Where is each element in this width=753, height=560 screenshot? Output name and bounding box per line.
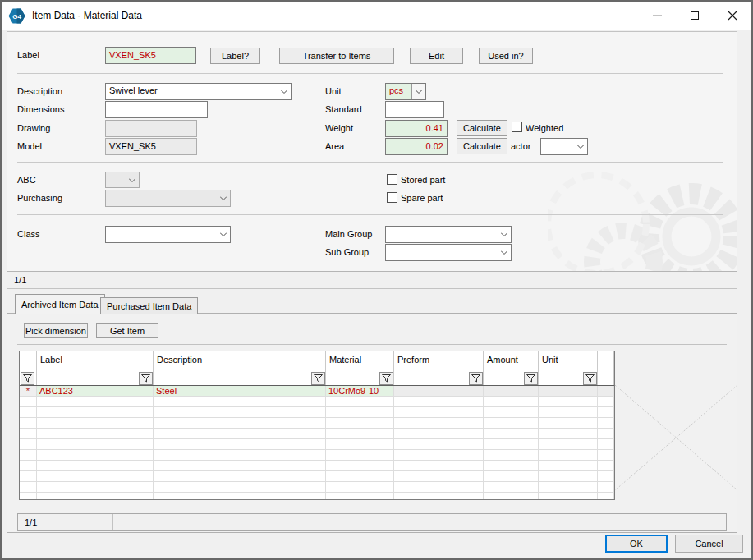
- calculate-weight-button[interactable]: Calculate: [457, 120, 507, 136]
- grid-empty-cell: [37, 439, 154, 450]
- grid-empty-cell: [394, 450, 484, 461]
- grid-empty-cell: [37, 493, 154, 500]
- class-combo[interactable]: [105, 226, 231, 243]
- g4-app-icon: G4: [8, 8, 25, 24]
- chevron-down-icon: [216, 227, 230, 242]
- grid-header-amount[interactable]: Amount: [484, 351, 539, 370]
- grid-empty-cell: [394, 439, 484, 450]
- dimensions-caption: Dimensions: [17, 104, 64, 114]
- label-input[interactable]: VXEN_SK5: [105, 47, 196, 64]
- grid-empty-cell: [484, 471, 539, 482]
- stored-part-checkbox[interactable]: [387, 174, 397, 185]
- grid-empty-cell: [539, 429, 598, 439]
- grid-empty-cell: [598, 418, 614, 429]
- filter-funnel-icon[interactable]: [139, 372, 153, 385]
- filter-funnel-icon[interactable]: [311, 372, 325, 385]
- cell-amount[interactable]: [484, 386, 539, 397]
- grid-empty-cell: [539, 461, 598, 471]
- grid-empty-cell: [598, 482, 614, 493]
- grid-empty-cell: [326, 493, 394, 500]
- standard-input[interactable]: [385, 101, 444, 118]
- filter-cell-marker: [20, 370, 37, 385]
- cancel-button[interactable]: Cancel: [675, 535, 743, 553]
- grid-empty-cell: [154, 482, 326, 493]
- purchasing-value: [106, 190, 216, 206]
- grid-empty-cell: [539, 439, 598, 450]
- grid-data-row[interactable]: * ABC123 Steel 10CrMo9-10: [20, 386, 614, 397]
- cell-unit[interactable]: [539, 386, 598, 397]
- get-item-button[interactable]: Get Item: [96, 323, 158, 338]
- cell-preform[interactable]: [394, 386, 484, 397]
- unit-combo[interactable]: pcs: [385, 83, 426, 100]
- description-value: Swivel lever: [106, 84, 277, 99]
- filter-cell-amount[interactable]: [484, 370, 539, 385]
- grid-empty-cell: [484, 493, 539, 500]
- weight-input[interactable]: 0.41: [385, 120, 448, 137]
- filter-cell-filler: [598, 370, 614, 385]
- cell-material[interactable]: 10CrMo9-10: [326, 386, 394, 397]
- maximize-icon[interactable]: [676, 2, 714, 30]
- description-combo[interactable]: Swivel lever: [105, 83, 292, 100]
- transfer-to-items-button[interactable]: Transfer to Items: [279, 48, 394, 64]
- filter-cell-preform[interactable]: [394, 370, 484, 385]
- cell-label[interactable]: ABC123: [37, 386, 154, 397]
- tab-archived-item-data[interactable]: Archived Item Data: [15, 294, 105, 314]
- chevron-down-icon: [125, 172, 139, 187]
- spare-part-checkbox[interactable]: [387, 192, 397, 203]
- grid-header-unit[interactable]: Unit: [539, 351, 598, 370]
- grid-header-marker: [20, 351, 37, 370]
- filter-funnel-icon[interactable]: [469, 372, 483, 385]
- label-question-button[interactable]: Label?: [210, 48, 260, 64]
- form-record-navigator: 1/1: [7, 271, 737, 288]
- pick-dimension-button[interactable]: Pick dimension: [24, 323, 88, 338]
- grid-empty-cell: [154, 450, 326, 461]
- grid-empty-cell: [539, 418, 598, 429]
- ok-button[interactable]: OK: [605, 535, 668, 553]
- close-icon[interactable]: [714, 2, 751, 30]
- grid-empty-cell: [598, 429, 614, 439]
- grid-header-material[interactable]: Material: [326, 351, 394, 370]
- grid-empty-cell: [598, 471, 614, 482]
- grid-empty-cell: [326, 450, 394, 461]
- filter-funnel-icon[interactable]: [21, 372, 34, 385]
- dimensions-input[interactable]: [105, 101, 208, 118]
- filter-funnel-icon[interactable]: [583, 372, 597, 385]
- edit-button[interactable]: Edit: [410, 48, 463, 64]
- filter-funnel-icon[interactable]: [379, 372, 393, 385]
- area-caption: Area: [325, 141, 344, 151]
- grid-empty-cell: [484, 397, 539, 407]
- grid-empty-cell: [484, 418, 539, 429]
- sub-group-combo[interactable]: [385, 244, 512, 261]
- used-in-button[interactable]: Used in?: [479, 48, 533, 64]
- gear-watermark: [548, 101, 737, 273]
- filter-cell-unit[interactable]: [539, 370, 598, 385]
- grid-empty-cell: [539, 450, 598, 461]
- main-group-combo[interactable]: [385, 226, 512, 243]
- grid-empty-cell: [598, 407, 614, 418]
- chevron-down-icon: [497, 227, 511, 242]
- window-title: Item Data - Material Data: [32, 10, 142, 21]
- grid-header-label[interactable]: Label: [37, 351, 154, 370]
- grid-empty-cell: [326, 407, 394, 418]
- purchasing-caption: Purchasing: [17, 193, 62, 203]
- calculate-area-button[interactable]: Calculate: [457, 138, 507, 154]
- cell-filler: [598, 386, 614, 397]
- grid-empty-cell: [326, 429, 394, 439]
- area-input[interactable]: 0.02: [385, 138, 448, 155]
- filter-cell-description[interactable]: [154, 370, 326, 385]
- grid-empty-row: [20, 482, 614, 493]
- grid-empty-cell: [326, 418, 394, 429]
- grid-empty-cell: [37, 418, 154, 429]
- grid-header-preform[interactable]: Preform: [394, 351, 484, 370]
- filter-cell-material[interactable]: [326, 370, 394, 385]
- filter-funnel-icon[interactable]: [524, 372, 538, 385]
- factor-combo[interactable]: [540, 138, 588, 155]
- grid-header-description[interactable]: Description: [154, 351, 326, 370]
- filter-cell-label[interactable]: [37, 370, 154, 385]
- weighted-checkbox[interactable]: [512, 122, 522, 132]
- grid-empty-cell: [539, 482, 598, 493]
- tab-purchased-item-data[interactable]: Purchased Item Data: [100, 297, 198, 314]
- record-count: 1/1: [14, 275, 26, 285]
- cell-description[interactable]: Steel: [154, 386, 326, 397]
- minimize-icon[interactable]: [638, 2, 676, 30]
